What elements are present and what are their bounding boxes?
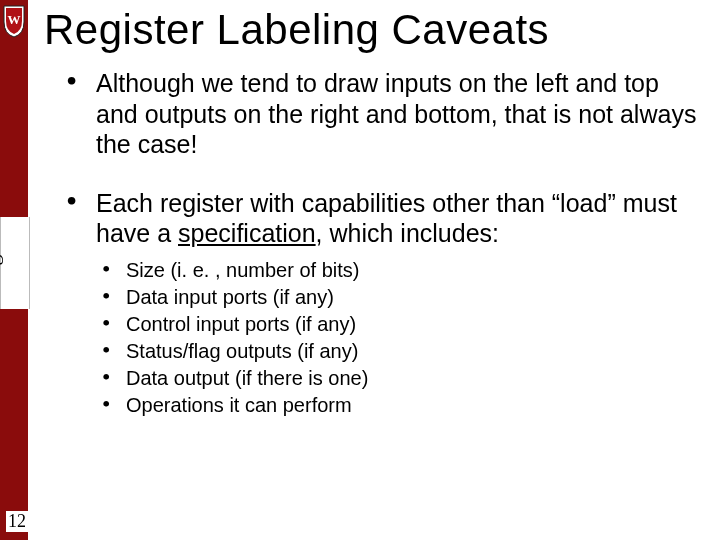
sub-bullet: Size (i. e. , number of bits) [96,257,698,284]
slide: W Registers 12 Register Labeling Caveats… [0,0,720,540]
sub-bullet-text: Operations it can perform [126,394,352,416]
bullet-1-text: Although we tend to draw inputs on the l… [96,69,696,158]
sub-bullet-text: Control input ports (if any) [126,313,356,335]
sub-bullet: Data output (if there is one) [96,365,698,392]
slide-body: Although we tend to draw inputs on the l… [62,68,698,447]
uw-crest-icon: W [2,4,26,38]
sub-bullet: Operations it can perform [96,392,698,419]
sub-bullet: Status/flag outputs (if any) [96,338,698,365]
bullet-2-text-post: , which includes: [316,219,499,247]
side-label: Registers [0,208,4,290]
sub-bullet: Data input ports (if any) [96,284,698,311]
bullet-1: Although we tend to draw inputs on the l… [62,68,698,160]
bullet-2: Each register with capabilities other th… [62,188,698,419]
sub-bullet: Control input ports (if any) [96,311,698,338]
side-label-bg [0,217,30,309]
bullet-2-underlined: specification [178,219,316,247]
svg-text:W: W [8,12,21,27]
sub-bullet-text: Status/flag outputs (if any) [126,340,358,362]
slide-title: Register Labeling Caveats [44,6,549,54]
page-number: 12 [6,511,28,532]
sub-bullet-text: Data output (if there is one) [126,367,368,389]
sub-bullet-text: Size (i. e. , number of bits) [126,259,359,281]
sub-bullet-text: Data input ports (if any) [126,286,334,308]
